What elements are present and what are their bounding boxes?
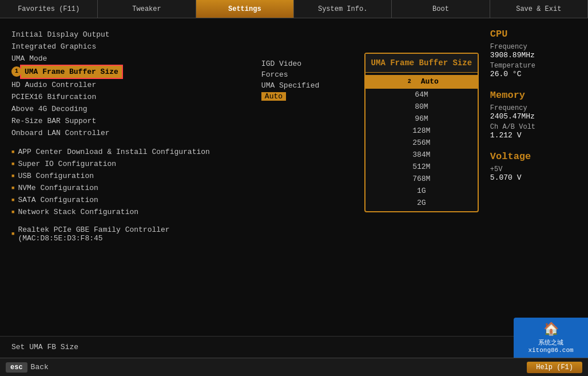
cpu-freq-value: 3908.89MHz xyxy=(490,51,577,60)
dropdown-item-512m[interactable]: 512M xyxy=(365,161,478,173)
voltage-title: Voltage xyxy=(490,151,577,162)
memory-freq-label: Frequency xyxy=(490,104,577,112)
voltage-label: +5V xyxy=(490,165,577,173)
dropdown-item-64m[interactable]: 64M xyxy=(365,89,478,101)
badge-1: 1 xyxy=(11,66,22,77)
watermark-icon: 🏠 xyxy=(543,322,559,337)
section-network-stack[interactable]: Network Stack Configuration xyxy=(11,206,239,218)
dropdown-popup: UMA Frame Buffer Size 2 Auto 64M 80M 96M… xyxy=(364,53,479,212)
dropdown-list: 2 Auto 64M 80M 96M 128M 256M 384M 512M 7… xyxy=(365,73,478,211)
dropdown-item-1g[interactable]: 1G xyxy=(365,185,478,197)
cpu-section: CPU Frequency 3908.89MHz Temperature 26.… xyxy=(490,29,577,78)
menu-resize-bar[interactable]: Re-Size BAR Support xyxy=(11,115,239,127)
bottom-bar: esc Back Help (F1) xyxy=(0,358,588,376)
menu-pciex16[interactable]: PCIEX16 Bifurcation xyxy=(11,91,239,103)
section-sata[interactable]: SATA Configuration xyxy=(11,194,239,206)
memory-title: Memory xyxy=(490,90,577,101)
bottom-left: esc Back xyxy=(6,362,49,373)
memory-freq-value: 2405.47MHz xyxy=(490,112,577,121)
watermark: 🏠 系统之城 xitong86.com xyxy=(514,318,588,358)
tab-tweaker[interactable]: Tweaker xyxy=(98,0,196,18)
voltage-section: Voltage +5V 5.070 V xyxy=(490,151,577,182)
dropdown-item-80m[interactable]: 80M xyxy=(365,101,478,113)
dropdown-item-auto[interactable]: 2 Auto xyxy=(365,75,478,89)
dropdown-item-384m[interactable]: 384M xyxy=(365,149,478,161)
menu-above-4g[interactable]: Above 4G Decoding xyxy=(11,103,239,115)
section-app-center[interactable]: APP Center Download & Install Configurat… xyxy=(11,146,239,158)
cpu-temp-label: Temperature xyxy=(490,62,577,70)
watermark-line1: 系统之城 xyxy=(538,338,563,347)
main-area: Initial Display Output Integrated Graphi… xyxy=(0,18,588,336)
dropdown-item-768m[interactable]: 768M xyxy=(365,173,478,185)
section-group: APP Center Download & Install Configurat… xyxy=(11,146,239,218)
back-label: Back xyxy=(31,363,49,371)
section-super-io[interactable]: Super IO Configuration xyxy=(11,158,239,170)
memory-volt-value: 1.212 V xyxy=(490,131,577,140)
menu-hd-audio[interactable]: HD Audio Controller xyxy=(11,79,239,91)
section-usb[interactable]: USB Configuration xyxy=(11,170,239,182)
menu-uma-mode[interactable]: UMA Mode xyxy=(11,53,239,65)
tab-favorites[interactable]: Favorites (F11) xyxy=(0,0,98,18)
center-options: IGD Video Forces UMA Specified Auto UMA … xyxy=(250,24,479,330)
right-panel: CPU Frequency 3908.89MHz Temperature 26.… xyxy=(479,24,588,330)
tab-save-exit[interactable]: Save & Exit xyxy=(490,0,588,18)
menu-onboard-lan[interactable]: Onboard LAN Controller xyxy=(11,127,239,139)
top-navigation: Favorites (F11) Tweaker Settings System … xyxy=(0,0,588,18)
esc-button[interactable]: esc xyxy=(6,362,27,373)
dropdown-item-2g[interactable]: 2G xyxy=(365,197,478,209)
voltage-value: 5.070 V xyxy=(490,173,577,182)
section-nvme[interactable]: NVMe Configuration xyxy=(11,182,239,194)
memory-section: Memory Frequency 2405.47MHz Ch A/B Volt … xyxy=(490,90,577,140)
menu-initial-display[interactable]: Initial Display Output xyxy=(11,29,239,41)
watermark-line2: xitong86.com xyxy=(528,347,573,354)
tab-settings[interactable]: Settings xyxy=(196,0,294,18)
dropdown-item-256m[interactable]: 256M xyxy=(365,137,478,149)
memory-volt-label: Ch A/B Volt xyxy=(490,123,577,131)
cpu-title: CPU xyxy=(490,29,577,39)
help-button[interactable]: Help (F1) xyxy=(527,362,582,373)
dropdown-item-128m[interactable]: 128M xyxy=(365,125,478,137)
section-realtek[interactable]: Realtek PCIe GBE Family Controller (MAC:… xyxy=(11,224,239,244)
dropdown-item-96m[interactable]: 96M xyxy=(365,113,478,125)
menu-uma-frame-buffer[interactable]: UMA Frame Buffer Size xyxy=(20,65,123,79)
status-text: Set UMA FB Size xyxy=(11,343,78,351)
tab-systeminfo[interactable]: System Info. xyxy=(294,0,392,18)
menu-integrated-graphics[interactable]: Integrated Graphics xyxy=(11,41,239,53)
status-bar: Set UMA FB Size xyxy=(0,336,588,358)
badge-2: 2 xyxy=(404,76,415,86)
cpu-freq-label: Frequency xyxy=(490,43,577,51)
left-panel: Initial Display Output Integrated Graphi… xyxy=(0,24,250,330)
cpu-temp-value: 26.0 °C xyxy=(490,70,577,78)
tab-boot[interactable]: Boot xyxy=(392,0,490,18)
dropdown-title: UMA Frame Buffer Size xyxy=(365,54,478,73)
